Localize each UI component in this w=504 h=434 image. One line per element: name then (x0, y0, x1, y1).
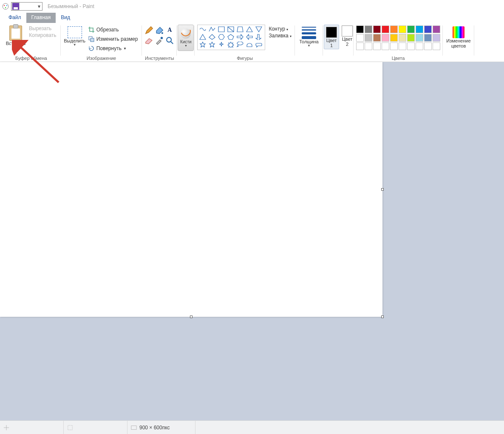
chevron-down-icon: ▼ (123, 47, 127, 51)
crop-label: Обрезать (96, 27, 119, 33)
color2-label1: Цвет (342, 37, 353, 42)
palette-swatch[interactable] (390, 42, 398, 50)
pencil-tool[interactable] (144, 25, 154, 35)
shape-option[interactable] (245, 26, 254, 33)
shape-option[interactable] (245, 34, 254, 40)
palette-swatch[interactable] (382, 25, 389, 33)
shape-option[interactable] (198, 41, 207, 48)
palette-swatch[interactable] (356, 25, 364, 33)
shape-option[interactable] (208, 26, 216, 33)
palette-swatch[interactable] (399, 25, 406, 33)
palette-swatch[interactable] (433, 34, 440, 42)
shape-option[interactable] (255, 41, 263, 48)
copy-button[interactable]: Копировать (27, 32, 58, 39)
cut-button[interactable]: Вырезать (27, 25, 58, 32)
save-button[interactable] (12, 3, 20, 10)
palette-swatch[interactable] (407, 42, 415, 50)
palette-swatch[interactable] (365, 25, 372, 33)
canvas[interactable] (0, 62, 382, 317)
text-tool[interactable]: A (165, 25, 174, 35)
resize-handle-bottom[interactable] (190, 316, 193, 318)
fill-tool[interactable] (155, 25, 164, 35)
shape-option[interactable] (227, 34, 235, 40)
palette-swatch[interactable] (390, 34, 398, 42)
group-tools-label: Инструменты (145, 56, 174, 62)
palette-swatch[interactable] (382, 42, 389, 50)
palette-swatch[interactable] (407, 25, 415, 33)
palette-swatch[interactable] (424, 42, 432, 50)
group-thickness-label (308, 56, 309, 62)
shape-option[interactable] (227, 41, 235, 48)
palette-swatch[interactable] (373, 34, 381, 42)
shape-option[interactable] (245, 41, 254, 48)
resize-button[interactable]: Изменить размер (86, 34, 140, 44)
color-spectrum-icon (453, 26, 464, 38)
palette-swatch[interactable] (399, 34, 406, 42)
palette-swatch[interactable] (390, 25, 398, 33)
shape-option[interactable] (208, 34, 216, 40)
shape-option[interactable] (217, 26, 226, 33)
paste-button[interactable]: Вставить ▼ (4, 25, 27, 49)
tab-view[interactable]: Вид (56, 13, 75, 23)
palette-swatch[interactable] (399, 42, 406, 50)
palette-swatch[interactable] (416, 42, 423, 50)
group-shapes: Контур ▾ Заливка ▾ Фигуры (195, 24, 295, 62)
tab-file[interactable]: Файл (3, 13, 26, 23)
palette-swatch[interactable] (365, 34, 372, 42)
rotate-button[interactable]: Повернуть ▼ (86, 44, 140, 53)
clipboard-icon (9, 25, 22, 41)
svg-point-8 (167, 37, 172, 42)
edit-colors-button[interactable]: Изменение цветов (445, 25, 472, 48)
shape-option[interactable] (217, 41, 226, 48)
brushes-button[interactable]: Кисти ▼ (178, 25, 194, 51)
shape-option[interactable] (198, 26, 207, 33)
group-clipboard-label: Буфер обмена (15, 56, 47, 62)
palette-swatch[interactable] (356, 34, 364, 42)
group-brushes: Кисти ▼ (177, 24, 195, 62)
eyedropper-tool[interactable] (155, 36, 164, 45)
group-brushes-label (185, 56, 187, 62)
palette-swatch[interactable] (424, 25, 432, 33)
palette-swatch[interactable] (416, 25, 423, 33)
qat-customize-dropdown[interactable]: ▾ (36, 3, 42, 9)
resize-handle-corner[interactable] (381, 316, 384, 318)
palette-swatch[interactable] (416, 34, 423, 42)
quick-access-toolbar: ▾ (11, 2, 42, 11)
tab-home[interactable]: Главная (26, 13, 56, 23)
shape-fill-button[interactable]: Заливка ▾ (268, 32, 292, 39)
color1-button[interactable]: Цвет 1 (324, 25, 339, 49)
palette-swatch[interactable] (365, 42, 372, 50)
select-button[interactable]: Выделить ▼ (63, 25, 86, 47)
palette-swatch[interactable] (433, 42, 440, 50)
shape-option[interactable] (236, 34, 244, 40)
palette-swatch[interactable] (407, 34, 415, 42)
group-colorbox-label (337, 56, 339, 62)
shape-option[interactable] (255, 34, 263, 40)
group-image: Выделить ▼ Обрезать Изменить размер Пове… (61, 24, 142, 62)
thickness-icon (302, 26, 316, 39)
shapes-gallery[interactable] (197, 25, 265, 50)
magnifier-tool[interactable] (165, 36, 174, 45)
workspace[interactable] (0, 62, 504, 420)
shape-option[interactable] (255, 26, 263, 33)
color2-button[interactable]: Цвет 2 (342, 25, 353, 47)
palette-swatch[interactable] (433, 25, 440, 33)
shape-outline-button[interactable]: Контур ▾ (268, 25, 292, 32)
chevron-down-icon: ▼ (73, 43, 76, 47)
resize-handle-right[interactable] (381, 188, 384, 191)
eraser-tool[interactable] (144, 36, 154, 45)
crop-button[interactable]: Обрезать (86, 25, 140, 34)
shape-option[interactable] (217, 34, 226, 40)
shape-option[interactable] (236, 26, 244, 33)
thickness-button[interactable]: Толщина ▼ (297, 25, 320, 48)
palette-swatch[interactable] (373, 42, 381, 50)
palette-swatch[interactable] (382, 34, 389, 42)
shape-option[interactable] (208, 41, 216, 48)
shape-option[interactable] (227, 26, 235, 33)
shape-option[interactable] (236, 41, 244, 48)
palette-swatch[interactable] (424, 34, 432, 42)
shape-option[interactable] (198, 34, 207, 40)
palette-swatch[interactable] (373, 25, 381, 33)
palette-swatch[interactable] (356, 42, 364, 50)
color2-label2: 2 (346, 42, 348, 47)
